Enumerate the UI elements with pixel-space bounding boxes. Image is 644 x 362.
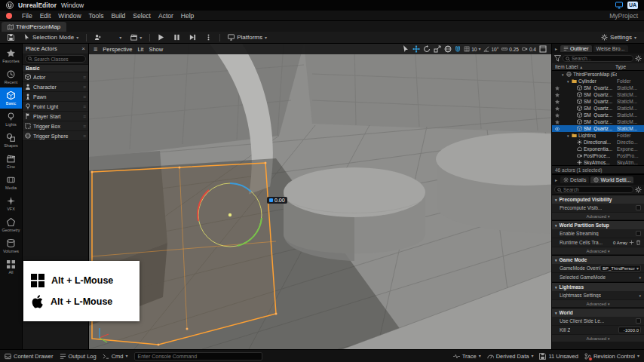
place-actor-trigger-box[interactable]: Trigger Box ≡ <box>23 121 88 131</box>
tab-outliner[interactable]: Outliner <box>560 45 592 52</box>
checkbox-use-client-side-le[interactable] <box>636 318 641 324</box>
section-precomputed-visibility[interactable]: ▾Precomputed Visibility <box>552 195 644 204</box>
menu-actor[interactable]: Actor <box>155 12 177 20</box>
play-button[interactable] <box>155 33 167 41</box>
outliner-row-sm-quartz[interactable]: SM_Quartz... StaticM... <box>552 105 644 112</box>
star-icon[interactable] <box>552 93 562 97</box>
grid-snap-button[interactable]: 10▾ <box>464 46 480 52</box>
perspective-dropdown[interactable]: Perspective <box>103 46 132 53</box>
menu-help[interactable]: Help <box>177 12 198 20</box>
revision-control-dropdown[interactable]: Revision Control ▾ <box>584 353 639 360</box>
outliner-column-headers[interactable]: Item Label▲ Type <box>552 63 644 71</box>
rail-item-basic[interactable]: Basic <box>0 87 22 109</box>
center-cylinder[interactable] <box>284 167 425 261</box>
rail-item-favorites[interactable]: Favorites <box>0 45 22 66</box>
user-badge[interactable]: UA <box>627 2 638 9</box>
star-icon[interactable] <box>552 106 562 111</box>
right-cylinder[interactable] <box>436 133 551 234</box>
place-actor-actor[interactable]: Actor ≡ <box>23 72 88 82</box>
settings-dropdown[interactable]: Settings ▾ <box>598 33 639 41</box>
outliner-row-sm-quartz[interactable]: SM_Quartz... StaticM... <box>552 91 644 98</box>
star-icon[interactable] <box>552 120 562 124</box>
camera-speed-button[interactable]: 0.4 <box>522 46 536 52</box>
rail-item-cine[interactable]: Cine <box>0 151 22 172</box>
menu-tools[interactable]: Tools <box>85 12 108 20</box>
rail-item-volumes[interactable]: Volumes <box>0 235 22 256</box>
place-actors-search-input[interactable]: Search Classes <box>25 55 86 63</box>
menu-file[interactable]: File <box>18 12 36 20</box>
section-basic[interactable]: Basic <box>23 64 88 72</box>
surface-snapping-button[interactable] <box>455 46 461 52</box>
outliner-row-lighting[interactable]: ▾ Lighting Folder <box>552 132 644 139</box>
advanced-expander[interactable]: Advanced▾ <box>552 213 644 220</box>
star-icon[interactable] <box>552 86 562 90</box>
checkbox-enable-streaming[interactable] <box>636 231 641 236</box>
rail-item-vfx[interactable]: VFX <box>0 193 22 214</box>
maximize-viewport-icon[interactable] <box>539 45 547 53</box>
rail-item-all[interactable]: All <box>0 256 22 278</box>
details-settings-icon[interactable] <box>635 186 642 193</box>
outliner-row-directional[interactable]: Directional... Directio... <box>552 139 644 146</box>
expand-caret-icon[interactable]: ▾ <box>639 275 641 280</box>
rotate-tool-icon[interactable] <box>423 45 431 53</box>
outliner-row-sm-quartz[interactable]: SM_Quartz... StaticM... <box>552 84 644 91</box>
console-command-input[interactable]: Enter Console Command <box>134 352 262 360</box>
dropdown-gamemode-override[interactable]: BP_ThirdPerson...▾ <box>600 265 641 272</box>
blueprints-button[interactable]: ▾ <box>107 33 124 41</box>
outliner-row-thirdpersonmap-editor[interactable]: ▾ ThirdPersonMap (Editor) <box>552 71 644 78</box>
outliner-row-postproce[interactable]: PostProce... PostPro... <box>552 152 644 159</box>
outliner-row-skyatmos[interactable]: SkyAtmos... SkyAtm... <box>552 159 644 165</box>
move-tool-icon[interactable] <box>412 45 420 53</box>
place-actor-point-light[interactable]: Point Light ≡ <box>23 102 88 112</box>
rail-item-recent[interactable]: Recent <box>0 66 22 87</box>
outliner-settings-icon[interactable] <box>635 55 642 62</box>
rail-item-shapes[interactable]: Shapes <box>0 130 22 151</box>
os-menu-window[interactable]: Window <box>61 2 84 9</box>
delete-elements-icon[interactable] <box>636 240 641 245</box>
selection-mode-dropdown[interactable]: Selection Mode ▾ <box>20 33 81 41</box>
menu-build[interactable]: Build <box>107 12 129 20</box>
world-space-icon[interactable] <box>444 45 452 53</box>
outliner-row-sm-quartz[interactable]: SM_Quartz... StaticM... <box>552 98 644 105</box>
tab-world-settings[interactable]: World Setti... <box>590 176 633 183</box>
cmd-dropdown[interactable]: Cmd ▾ <box>103 353 128 360</box>
section-lightmass[interactable]: ▾Lightmass <box>552 282 644 291</box>
close-icon[interactable]: × <box>81 45 85 52</box>
outliner-row-sm-quartz[interactable]: SM_Quartz... StaticM... <box>552 125 644 132</box>
output-log-button[interactable]: Output Log <box>60 353 97 360</box>
checkbox-precompute-visib[interactable] <box>636 205 641 210</box>
add-actor-button[interactable] <box>91 33 104 41</box>
viewport-options-menu[interactable]: ≡ <box>94 46 97 53</box>
star-icon[interactable] <box>552 113 562 118</box>
outliner-search-input[interactable]: Search... <box>563 55 633 62</box>
outliner-row-cylinder[interactable]: ▾ Cylinder Folder <box>552 78 644 84</box>
tab-details[interactable]: Details <box>560 176 589 183</box>
derived-data-dropdown[interactable]: Derived Data ▾ <box>487 353 534 360</box>
unsaved-button[interactable]: 11 Unsaved <box>539 353 578 360</box>
place-actor-character[interactable]: Character ≡ <box>23 82 88 92</box>
content-drawer-button[interactable]: Content Drawer <box>5 353 54 360</box>
eye-icon[interactable] <box>552 127 562 131</box>
cinematics-button[interactable]: ▾ <box>127 33 145 41</box>
filter-icon[interactable] <box>554 55 561 62</box>
select-tool-icon[interactable] <box>402 45 409 53</box>
place-actor-pawn[interactable]: Pawn ≡ <box>23 92 88 102</box>
play-options-button[interactable] <box>202 33 215 41</box>
viewport[interactable]: ≡ Perspective Lit Show 10▾ 10° 0.25 0.4 … <box>89 44 551 349</box>
section-world-partition-setup[interactable]: ▾World Partition Setup <box>552 220 644 229</box>
collapse-panel-icon[interactable]: ▸ <box>554 177 559 183</box>
close-window-button[interactable] <box>6 13 12 19</box>
star-icon[interactable] <box>552 100 562 104</box>
section-world[interactable]: ▾World <box>552 308 644 317</box>
view-mode-dropdown[interactable]: Lit <box>137 46 143 53</box>
add-element-icon[interactable] <box>629 240 634 245</box>
scale-snap-button[interactable]: 0.25 <box>501 46 519 52</box>
scale-tool-icon[interactable] <box>434 45 441 53</box>
pause-button[interactable] <box>170 33 183 41</box>
advanced-expander[interactable]: Advanced▾ <box>552 247 644 255</box>
place-actor-trigger-sphere[interactable]: Trigger Sphere ≡ <box>23 131 88 141</box>
collapse-panel-icon[interactable]: ▸ <box>554 46 559 51</box>
expand-caret-icon[interactable]: ▾ <box>639 293 641 298</box>
skip-button[interactable] <box>186 33 199 41</box>
details-search-input[interactable]: Search <box>554 186 633 193</box>
